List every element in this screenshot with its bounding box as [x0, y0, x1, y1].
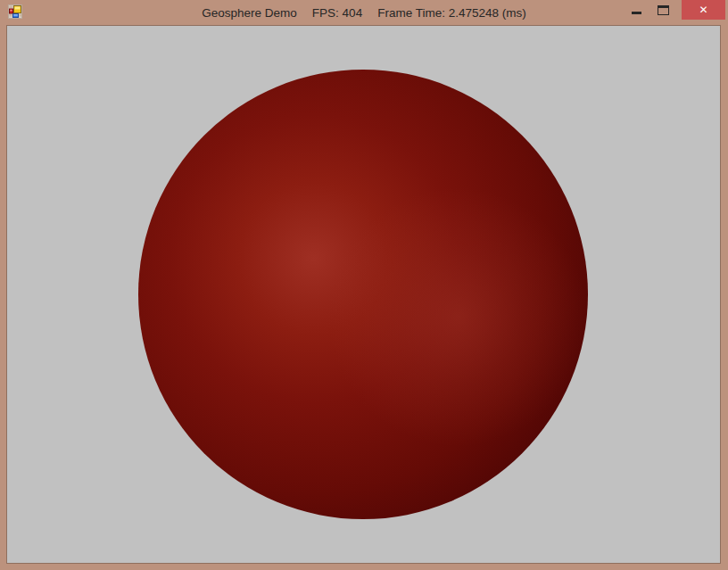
fps-counter: FPS: 404	[312, 6, 362, 20]
close-button[interactable]: ✕	[682, 0, 725, 20]
maximize-button[interactable]	[649, 0, 676, 20]
render-viewport[interactable]	[6, 25, 721, 564]
close-icon: ✕	[699, 4, 707, 15]
frame-time-counter: Frame Time: 2.475248 (ms)	[377, 6, 526, 20]
titlebar[interactable]: Geosphere Demo FPS: 404 Frame Time: 2.47…	[0, 0, 728, 26]
minimize-button[interactable]	[623, 0, 649, 20]
sphere-render	[138, 70, 588, 519]
titlebar-text: Geosphere Demo FPS: 404 Frame Time: 2.47…	[0, 0, 728, 26]
window-controls: ✕	[623, 0, 728, 20]
app-window: Geosphere Demo FPS: 404 Frame Time: 2.47…	[0, 0, 728, 570]
maximize-icon	[658, 5, 669, 15]
winforms-default-icon	[8, 4, 22, 19]
app-icon[interactable]	[8, 4, 22, 19]
window-title: Geosphere Demo	[202, 6, 297, 20]
minimize-icon	[632, 12, 641, 14]
